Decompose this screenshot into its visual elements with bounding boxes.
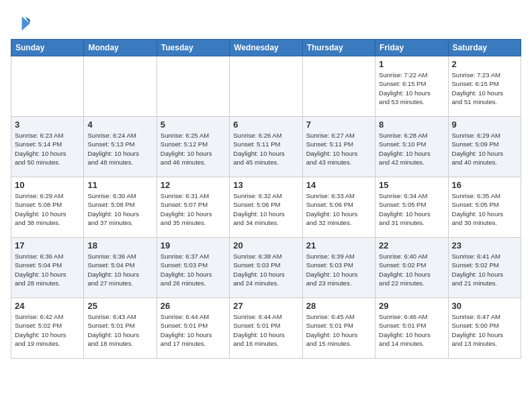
calendar-cell: 11Sunrise: 6:30 AM Sunset: 5:08 PM Dayli… xyxy=(84,177,157,238)
weekday-header-wednesday: Wednesday xyxy=(230,40,302,56)
header xyxy=(11,11,521,34)
day-info: Sunrise: 7:22 AM Sunset: 6:15 PM Dayligh… xyxy=(379,71,444,106)
calendar-cell: 30Sunrise: 6:47 AM Sunset: 5:00 PM Dayli… xyxy=(448,298,521,359)
weekday-header-tuesday: Tuesday xyxy=(157,40,229,56)
calendar-cell: 28Sunrise: 6:45 AM Sunset: 5:01 PM Dayli… xyxy=(302,298,375,359)
calendar-table: SundayMondayTuesdayWednesdayThursdayFrid… xyxy=(11,39,521,359)
day-info: Sunrise: 6:26 AM Sunset: 5:11 PM Dayligh… xyxy=(233,131,298,167)
calendar-cell: 20Sunrise: 6:38 AM Sunset: 5:03 PM Dayli… xyxy=(230,238,302,298)
calendar-cell: 6Sunrise: 6:26 AM Sunset: 5:11 PM Daylig… xyxy=(230,117,302,177)
calendar-cell: 4Sunrise: 6:24 AM Sunset: 5:13 PM Daylig… xyxy=(84,117,157,177)
calendar-cell: 26Sunrise: 6:44 AM Sunset: 5:01 PM Dayli… xyxy=(157,298,229,359)
calendar-cell: 3Sunrise: 6:23 AM Sunset: 5:14 PM Daylig… xyxy=(11,117,84,177)
day-number: 18 xyxy=(87,240,152,250)
calendar-cell: 15Sunrise: 6:34 AM Sunset: 5:05 PM Dayli… xyxy=(375,177,448,238)
weekday-header-sunday: Sunday xyxy=(11,40,84,56)
week-row-2: 10Sunrise: 6:29 AM Sunset: 5:08 PM Dayli… xyxy=(11,177,521,238)
day-info: Sunrise: 6:41 AM Sunset: 5:02 PM Dayligh… xyxy=(452,252,517,287)
calendar-cell: 8Sunrise: 6:28 AM Sunset: 5:10 PM Daylig… xyxy=(375,117,448,177)
day-number: 14 xyxy=(306,180,371,190)
calendar-cell xyxy=(11,56,84,117)
page: SundayMondayTuesdayWednesdayThursdayFrid… xyxy=(0,0,532,365)
day-info: Sunrise: 6:45 AM Sunset: 5:01 PM Dayligh… xyxy=(306,312,371,348)
day-number: 3 xyxy=(15,120,80,130)
day-info: Sunrise: 6:24 AM Sunset: 5:13 PM Dayligh… xyxy=(87,131,152,167)
calendar-cell: 7Sunrise: 6:27 AM Sunset: 5:11 PM Daylig… xyxy=(302,117,375,177)
day-info: Sunrise: 6:36 AM Sunset: 5:04 PM Dayligh… xyxy=(15,252,80,287)
day-info: Sunrise: 6:38 AM Sunset: 5:03 PM Dayligh… xyxy=(233,252,298,287)
day-number: 27 xyxy=(233,301,298,311)
day-info: Sunrise: 6:33 AM Sunset: 5:06 PM Dayligh… xyxy=(306,191,371,227)
day-number: 4 xyxy=(87,120,152,130)
calendar-cell: 19Sunrise: 6:37 AM Sunset: 5:03 PM Dayli… xyxy=(157,238,229,298)
day-info: Sunrise: 6:42 AM Sunset: 5:02 PM Dayligh… xyxy=(15,312,80,348)
day-number: 20 xyxy=(233,240,298,250)
logo xyxy=(11,13,34,34)
weekday-header-thursday: Thursday xyxy=(302,40,375,56)
calendar-cell: 25Sunrise: 6:43 AM Sunset: 5:01 PM Dayli… xyxy=(84,298,157,359)
day-info: Sunrise: 6:30 AM Sunset: 5:08 PM Dayligh… xyxy=(87,191,152,227)
calendar-cell: 14Sunrise: 6:33 AM Sunset: 5:06 PM Dayli… xyxy=(302,177,375,238)
day-number: 9 xyxy=(452,120,517,130)
day-info: Sunrise: 6:31 AM Sunset: 5:07 PM Dayligh… xyxy=(161,191,226,227)
day-info: Sunrise: 6:36 AM Sunset: 5:04 PM Dayligh… xyxy=(87,252,152,287)
day-number: 30 xyxy=(452,301,517,311)
day-number: 17 xyxy=(15,240,80,250)
day-number: 24 xyxy=(15,301,80,311)
day-info: Sunrise: 6:40 AM Sunset: 5:02 PM Dayligh… xyxy=(379,252,444,287)
day-number: 22 xyxy=(379,240,444,250)
day-info: Sunrise: 6:29 AM Sunset: 5:09 PM Dayligh… xyxy=(452,131,517,167)
day-number: 13 xyxy=(233,180,298,190)
day-number: 11 xyxy=(87,180,152,190)
calendar-cell xyxy=(84,56,157,117)
calendar-cell: 12Sunrise: 6:31 AM Sunset: 5:07 PM Dayli… xyxy=(157,177,229,238)
day-info: Sunrise: 6:34 AM Sunset: 5:05 PM Dayligh… xyxy=(379,191,444,227)
calendar-cell xyxy=(230,56,302,117)
calendar-cell: 5Sunrise: 6:25 AM Sunset: 5:12 PM Daylig… xyxy=(157,117,229,177)
week-row-0: 1Sunrise: 7:22 AM Sunset: 6:15 PM Daylig… xyxy=(11,56,521,117)
calendar-cell: 21Sunrise: 6:39 AM Sunset: 5:03 PM Dayli… xyxy=(302,238,375,298)
day-number: 16 xyxy=(452,180,517,190)
day-number: 21 xyxy=(306,240,371,250)
day-info: Sunrise: 6:44 AM Sunset: 5:01 PM Dayligh… xyxy=(161,312,226,348)
day-number: 29 xyxy=(379,301,444,311)
logo-icon xyxy=(11,13,31,34)
week-row-3: 17Sunrise: 6:36 AM Sunset: 5:04 PM Dayli… xyxy=(11,238,521,298)
calendar-cell: 17Sunrise: 6:36 AM Sunset: 5:04 PM Dayli… xyxy=(11,238,84,298)
calendar-cell: 16Sunrise: 6:35 AM Sunset: 5:05 PM Dayli… xyxy=(448,177,521,238)
day-info: Sunrise: 6:39 AM Sunset: 5:03 PM Dayligh… xyxy=(306,252,371,287)
day-info: Sunrise: 7:23 AM Sunset: 6:15 PM Dayligh… xyxy=(452,71,517,106)
calendar-cell: 23Sunrise: 6:41 AM Sunset: 5:02 PM Dayli… xyxy=(448,238,521,298)
week-row-1: 3Sunrise: 6:23 AM Sunset: 5:14 PM Daylig… xyxy=(11,117,521,177)
day-info: Sunrise: 6:23 AM Sunset: 5:14 PM Dayligh… xyxy=(15,131,80,167)
calendar-cell: 29Sunrise: 6:46 AM Sunset: 5:01 PM Dayli… xyxy=(375,298,448,359)
calendar-cell: 22Sunrise: 6:40 AM Sunset: 5:02 PM Dayli… xyxy=(375,238,448,298)
day-info: Sunrise: 6:25 AM Sunset: 5:12 PM Dayligh… xyxy=(161,131,226,167)
day-info: Sunrise: 6:46 AM Sunset: 5:01 PM Dayligh… xyxy=(379,312,444,348)
day-info: Sunrise: 6:44 AM Sunset: 5:01 PM Dayligh… xyxy=(233,312,298,348)
calendar-cell: 1Sunrise: 7:22 AM Sunset: 6:15 PM Daylig… xyxy=(375,56,448,117)
calendar-cell: 9Sunrise: 6:29 AM Sunset: 5:09 PM Daylig… xyxy=(448,117,521,177)
weekday-header-row: SundayMondayTuesdayWednesdayThursdayFrid… xyxy=(11,40,521,56)
weekday-header-monday: Monday xyxy=(84,40,157,56)
week-row-4: 24Sunrise: 6:42 AM Sunset: 5:02 PM Dayli… xyxy=(11,298,521,359)
day-info: Sunrise: 6:29 AM Sunset: 5:08 PM Dayligh… xyxy=(15,191,80,227)
calendar-cell xyxy=(157,56,229,117)
day-number: 25 xyxy=(87,301,152,311)
day-number: 26 xyxy=(161,301,226,311)
day-number: 8 xyxy=(379,120,444,130)
weekday-header-friday: Friday xyxy=(375,40,448,56)
calendar-cell: 24Sunrise: 6:42 AM Sunset: 5:02 PM Dayli… xyxy=(11,298,84,359)
day-number: 12 xyxy=(161,180,226,190)
svg-marker-0 xyxy=(22,17,30,31)
day-number: 19 xyxy=(161,240,226,250)
day-number: 2 xyxy=(452,59,517,69)
calendar-cell: 10Sunrise: 6:29 AM Sunset: 5:08 PM Dayli… xyxy=(11,177,84,238)
day-info: Sunrise: 6:32 AM Sunset: 5:06 PM Dayligh… xyxy=(233,191,298,227)
day-info: Sunrise: 6:37 AM Sunset: 5:03 PM Dayligh… xyxy=(161,252,226,287)
day-number: 28 xyxy=(306,301,371,311)
weekday-header-saturday: Saturday xyxy=(448,40,521,56)
calendar-cell: 2Sunrise: 7:23 AM Sunset: 6:15 PM Daylig… xyxy=(448,56,521,117)
calendar-cell: 18Sunrise: 6:36 AM Sunset: 5:04 PM Dayli… xyxy=(84,238,157,298)
day-number: 15 xyxy=(379,180,444,190)
